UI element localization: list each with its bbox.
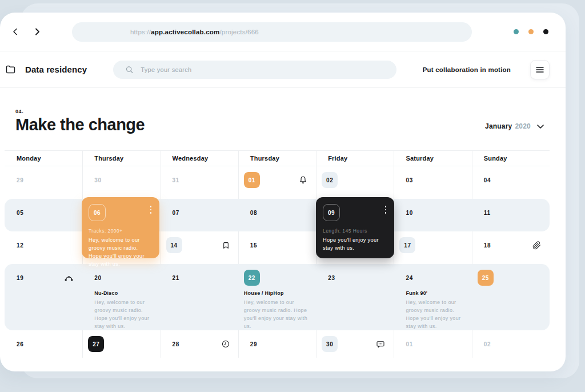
date-badge[interactable]: 02 [322, 172, 338, 188]
title-section: 04. Make the change January 2020 [0, 88, 566, 150]
month-label: January [485, 122, 512, 130]
calendar-cell[interactable]: 14 [161, 231, 238, 264]
calendar-cell[interactable]: 11 [472, 199, 550, 231]
weekday-header: Sunday [472, 155, 550, 162]
comment-icon[interactable] [376, 340, 385, 349]
calendar-cell[interactable]: 30 [82, 166, 160, 199]
search-bar [113, 61, 396, 79]
weekday-header: Thursday [82, 155, 160, 162]
date-label: 23 [328, 275, 335, 281]
date-label: 28 [173, 341, 180, 347]
calendar-cell[interactable]: 26 [5, 330, 82, 358]
teal-dot-icon [514, 29, 519, 34]
calendar-cell[interactable]: 21 [161, 264, 238, 330]
kebab-menu-icon[interactable] [149, 204, 153, 215]
calendar-cell[interactable]: 07 [161, 199, 238, 231]
clock-icon[interactable] [222, 340, 230, 348]
calendar-cell[interactable]: 01 [394, 330, 471, 358]
date-label: 20 [94, 275, 102, 281]
calendar-cell[interactable]: 22 House / HipHop Hey, welcome to our gr… [238, 264, 316, 330]
headphones-icon[interactable] [64, 274, 74, 282]
calendar-cell[interactable]: 04 [472, 166, 550, 199]
card-description: Hope you'll enjoy your stay with us. [323, 237, 387, 253]
calendar-cell[interactable]: 10 [394, 199, 471, 231]
hamburger-icon [536, 66, 544, 73]
calendar-cell[interactable]: 08 [238, 199, 316, 231]
date-badge[interactable]: 30 [322, 336, 338, 352]
address-bar[interactable]: https://app.activecollab.com/projects/66… [72, 22, 472, 42]
section-title: Make the change [15, 115, 145, 134]
calendar-cell[interactable]: 29 [5, 166, 82, 199]
calendar-cell[interactable]: 17 [394, 231, 471, 264]
folder-icon [6, 65, 15, 74]
calendar-cell[interactable]: 25 [472, 264, 550, 330]
calendar-event[interactable]: House / HipHop Hey, welcome to our groov… [244, 290, 309, 331]
calendar-cell[interactable]: 18 [472, 231, 550, 264]
event-card-orange[interactable]: 06 Tracks: 2000+ Hey, welcome to our gro… [82, 197, 159, 258]
calendar-cell[interactable]: 29 [238, 330, 316, 358]
calendar-cell[interactable]: 15 [238, 231, 316, 264]
date-badge[interactable]: 01 [244, 172, 260, 188]
event-description: Hey, welcome to our groovy music radio. … [244, 299, 309, 331]
event-card-dark[interactable]: 09 Length: 145 Hours Hope you'll enjoy y… [316, 197, 394, 258]
browser-forward-button[interactable] [31, 26, 43, 38]
bookmark-icon[interactable] [222, 241, 230, 250]
url-path: /projects/666 [219, 29, 258, 35]
chevron-left-icon [13, 28, 18, 35]
event-title: House / HipHop [244, 290, 309, 296]
calendar-cell[interactable]: 12 [5, 231, 82, 264]
calendar-cell[interactable]: 23 [316, 264, 394, 330]
browser-back-button[interactable] [9, 26, 21, 38]
date-label: 29 [17, 177, 24, 183]
traffic-dots [514, 29, 548, 34]
calendar-event[interactable]: Funk 90' Hey, welcome to our groovy musi… [406, 290, 464, 331]
calendar-cell[interactable]: 05 [5, 199, 82, 231]
date-label: 11 [484, 210, 491, 216]
month-selector[interactable]: January 2020 [485, 122, 544, 130]
card-date-badge: 06 [89, 204, 106, 221]
date-badge[interactable]: 25 [478, 270, 494, 286]
black-dot-icon [543, 29, 548, 34]
date-badge[interactable]: 22 [244, 270, 260, 286]
weekday-header: Thursday [238, 155, 316, 162]
search-icon [126, 66, 133, 74]
bell-icon[interactable] [299, 175, 307, 185]
calendar-cell[interactable]: 03 [394, 166, 471, 199]
calendar-cell[interactable]: 02 [316, 166, 394, 199]
kebab-menu-icon[interactable] [384, 204, 388, 215]
event-description: Hey, welcome to our groovy music radio. … [94, 299, 153, 331]
weekday-header: Wednesday [161, 155, 238, 162]
orange-dot-icon [528, 29, 534, 34]
calendar: Monday Thursday Wednesday Thursday Frida… [5, 150, 550, 358]
calendar-cell[interactable]: 19 [5, 264, 82, 330]
calendar-cell[interactable]: 24 Funk 90' Hey, welcome to our groovy m… [394, 264, 471, 330]
calendar-cell[interactable]: 30 [316, 330, 394, 358]
weekday-header: Friday [316, 155, 394, 162]
date-badge[interactable]: 14 [166, 237, 182, 253]
paperclip-icon[interactable] [532, 241, 541, 250]
search-input[interactable] [141, 66, 388, 73]
hamburger-menu-button[interactable] [530, 60, 550, 79]
app-window: https://app.activecollab.com/projects/66… [0, 13, 566, 371]
date-label: 04 [484, 177, 491, 183]
date-label: 31 [173, 177, 180, 183]
calendar-cell[interactable]: 20 Nu-Disco Hey, welcome to our groovy m… [82, 264, 160, 330]
date-label: 10 [406, 210, 413, 216]
date-badge[interactable]: 27 [88, 336, 104, 352]
date-badge[interactable]: 17 [399, 237, 415, 253]
calendar-cell[interactable]: 31 [161, 166, 238, 199]
date-label: 02 [484, 341, 491, 347]
date-label: 30 [94, 177, 102, 183]
card-meta: Tracks: 2000+ [89, 228, 153, 234]
calendar-cell[interactable]: 01 [238, 166, 316, 199]
date-label: 29 [250, 341, 258, 347]
calendar-cell[interactable]: 27 [82, 330, 160, 358]
date-label: 15 [250, 242, 258, 249]
calendar-event[interactable]: Nu-Disco Hey, welcome to our groovy musi… [94, 290, 153, 331]
card-description: Hey, welcome to our groovy music radio. … [89, 237, 153, 269]
calendar-cell[interactable]: 02 [472, 330, 550, 358]
calendar-cell[interactable]: 28 [161, 330, 238, 358]
date-label: 08 [250, 210, 258, 216]
url-protocol: https:// [130, 29, 151, 35]
browser-bar: https://app.activecollab.com/projects/66… [0, 13, 566, 51]
